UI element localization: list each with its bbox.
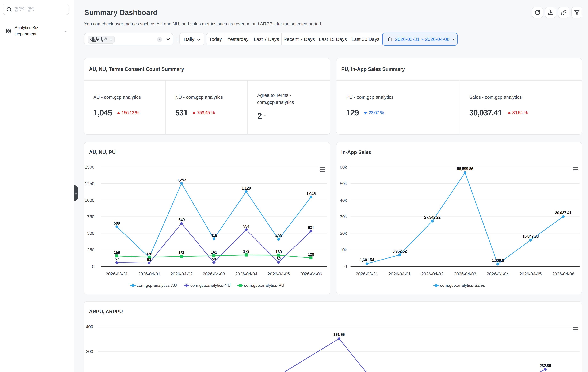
svg-text:2026-04-02: 2026-04-02 <box>170 271 193 276</box>
svg-text:151: 151 <box>178 251 185 255</box>
svg-text:2026-04-03: 2026-04-03 <box>203 271 225 276</box>
svg-text:1250: 1250 <box>85 181 94 186</box>
svg-text:20k: 20k <box>340 231 347 236</box>
svg-text:2026-04-01: 2026-04-01 <box>138 271 160 276</box>
svg-text:2026-04-02: 2026-04-02 <box>421 271 443 276</box>
svg-text:2026-04-06: 2026-04-06 <box>552 271 574 276</box>
svg-text:408: 408 <box>275 234 282 238</box>
svg-text:300: 300 <box>86 349 93 354</box>
svg-text:2026-04-06: 2026-04-06 <box>300 271 322 276</box>
svg-text:59: 59 <box>212 257 216 261</box>
svg-text:62: 62 <box>276 257 281 261</box>
svg-text:2026-04-04: 2026-04-04 <box>235 271 257 276</box>
svg-text:232.85: 232.85 <box>540 363 551 368</box>
svg-text:51: 51 <box>147 257 151 262</box>
svg-text:173: 173 <box>243 249 249 254</box>
svg-text:351.55: 351.55 <box>334 332 345 337</box>
svg-text:27,342.22: 27,342.22 <box>424 215 441 220</box>
svg-text:169: 169 <box>275 250 282 254</box>
svg-text:1500: 1500 <box>85 165 94 170</box>
svg-text:1,129: 1,129 <box>242 186 251 190</box>
svg-text:2026-04-05: 2026-04-05 <box>267 271 290 276</box>
svg-text:2026-04-04: 2026-04-04 <box>487 271 509 276</box>
svg-text:2026-04-01: 2026-04-01 <box>388 271 410 276</box>
svg-text:136: 136 <box>146 252 152 256</box>
svg-text:161: 161 <box>211 250 217 254</box>
svg-text:0: 0 <box>92 264 94 269</box>
svg-text:554: 554 <box>243 224 250 228</box>
svg-text:2026-03-31: 2026-03-31 <box>356 271 378 276</box>
svg-text:1,045: 1,045 <box>306 191 316 196</box>
svg-text:6,962.52: 6,962.52 <box>392 249 407 253</box>
svg-text:649: 649 <box>178 218 185 222</box>
svg-text:15,847.33: 15,847.33 <box>522 234 539 239</box>
svg-text:56,599.86: 56,599.86 <box>457 167 473 171</box>
svg-text:416: 416 <box>211 233 217 238</box>
svg-text:500: 500 <box>87 231 94 236</box>
svg-text:599: 599 <box>114 221 120 225</box>
svg-text:0: 0 <box>345 264 347 269</box>
svg-text:1,253: 1,253 <box>177 178 186 182</box>
svg-text:2026-03-31: 2026-03-31 <box>106 271 128 276</box>
svg-text:531: 531 <box>308 225 314 230</box>
svg-text:1,366.6: 1,366.6 <box>492 258 504 262</box>
svg-text:1000: 1000 <box>85 198 94 203</box>
svg-text:50k: 50k <box>340 181 347 186</box>
svg-text:1,601.54: 1,601.54 <box>360 258 374 262</box>
svg-text:158: 158 <box>114 250 120 255</box>
svg-text:60k: 60k <box>340 165 347 170</box>
svg-text:250: 250 <box>87 247 94 252</box>
svg-text:30,037.41: 30,037.41 <box>555 211 571 215</box>
svg-text:2026-04-05: 2026-04-05 <box>519 271 542 276</box>
svg-text:129: 129 <box>308 252 314 257</box>
svg-text:2026-04-03: 2026-04-03 <box>454 271 476 276</box>
svg-text:40k: 40k <box>340 198 347 203</box>
svg-text:750: 750 <box>87 214 94 219</box>
svg-text:400: 400 <box>86 324 93 329</box>
svg-text:57: 57 <box>115 257 119 261</box>
svg-text:10k: 10k <box>340 247 347 252</box>
svg-text:30k: 30k <box>340 214 347 219</box>
